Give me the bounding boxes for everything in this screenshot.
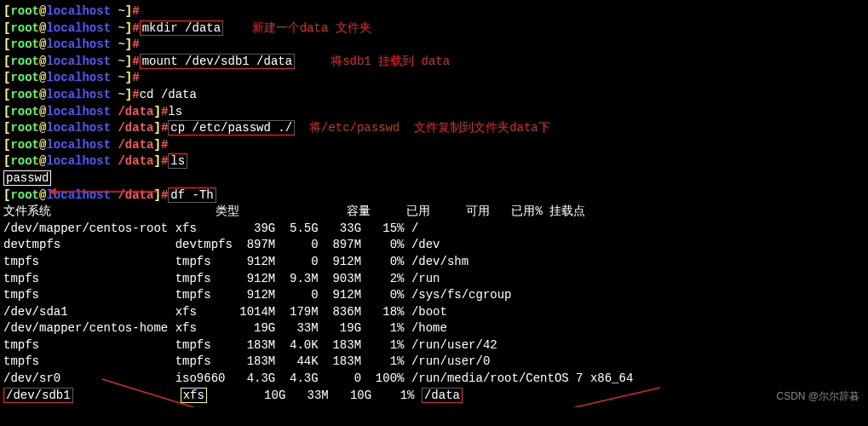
user: root xyxy=(10,21,39,35)
bracket-close: ] xyxy=(125,37,132,51)
path: ~ xyxy=(111,55,125,68)
host: localhost xyxy=(46,88,111,101)
df-row: devtmpfs devtmpfs 897M 0 897M 0% /dev xyxy=(3,237,865,254)
user: root xyxy=(10,121,39,135)
cmd-ls-line: [root@localhost /data]#ls xyxy=(3,104,865,121)
host: localhost xyxy=(46,55,111,68)
df-header: 文件系统 类型 容量 已用 可用 已用% 挂载点 xyxy=(3,204,865,221)
path: ~ xyxy=(111,71,125,84)
prompt-line: [root@localhost ~]# xyxy=(3,37,865,54)
hash: # xyxy=(132,88,139,101)
cmd-mkdir-line: [root@localhost ~]#mkdir /data 新建一个data … xyxy=(3,20,865,37)
bracket-close: ] xyxy=(125,71,132,84)
prompt-line: [root@localhost ~]# xyxy=(3,70,865,87)
df-row: /dev/sda1 xfs 1014M 179M 836M 18% /boot xyxy=(3,304,865,321)
host: localhost xyxy=(46,138,111,152)
user: root xyxy=(10,55,39,68)
hash: # xyxy=(132,4,139,18)
hash: # xyxy=(132,71,139,84)
df-row: tmpfs tmpfs 912M 0 912M 0% /dev/shm xyxy=(3,254,865,271)
bracket-close: ] xyxy=(153,105,160,118)
annot-mount: 将sdb1 挂载到 data xyxy=(331,55,450,68)
cmd-mkdir: mkdir /data xyxy=(140,20,223,36)
cmd-ls2-line: [root@localhost /data]#ls xyxy=(3,153,865,170)
user: root xyxy=(10,4,39,18)
path: /data xyxy=(111,121,153,135)
hash: # xyxy=(132,37,139,51)
user: root xyxy=(10,138,39,152)
bracket-close: ] xyxy=(125,88,132,101)
path: ~ xyxy=(111,4,125,18)
user: root xyxy=(10,154,39,168)
cmd-df-line: [root@localhost /data]#df -Th xyxy=(3,187,865,204)
output-passwd: passwd xyxy=(3,170,51,186)
df-row: tmpfs tmpfs 912M 9.3M 903M 2% /run xyxy=(3,271,865,288)
user: root xyxy=(10,37,39,51)
bracket-close: ] xyxy=(125,55,132,68)
df-row: tmpfs tmpfs 183M 4.0K 183M 1% /run/user/… xyxy=(3,337,865,354)
df-row-last: /dev/sdb1 xfs 10G 33M 10G 1% /data xyxy=(3,388,865,405)
host: localhost xyxy=(46,121,111,135)
df-type-xfs: xfs xyxy=(181,388,207,403)
host: localhost xyxy=(46,71,111,84)
user: root xyxy=(10,71,39,84)
cmd-cd: cd /data xyxy=(140,88,197,101)
path: /data xyxy=(111,105,153,118)
bracket-close: ] xyxy=(125,4,132,18)
cmd-ls: ls xyxy=(168,105,182,118)
path: ~ xyxy=(111,88,125,101)
host: localhost xyxy=(46,4,111,18)
cmd-mount: mount /dev/sdb1 /data xyxy=(140,54,295,69)
user: root xyxy=(10,88,39,101)
df-row: /dev/sr0 iso9660 4.3G 4.3G 0 100% /run/m… xyxy=(3,371,865,388)
cmd-cp: cp /etc/passwd ./ xyxy=(168,120,295,135)
bracket-close: ] xyxy=(125,21,132,35)
hash: # xyxy=(132,55,139,68)
user: root xyxy=(10,105,39,118)
df-mount-data: /data xyxy=(422,388,463,403)
cmd-mount-line: [root@localhost ~]#mount /dev/sdb1 /data… xyxy=(3,54,865,71)
path: ~ xyxy=(111,21,125,35)
prompt-line: [root@localhost ~]# xyxy=(3,3,865,20)
df-row: /dev/mapper/centos-home xfs 19G 33M 19G … xyxy=(3,320,865,337)
host: localhost xyxy=(46,188,111,202)
watermark: CSDN @尔尔辞暮 xyxy=(776,389,859,404)
output-passwd-line: passwd xyxy=(3,170,865,187)
annot-mkdir: 新建一个data 文件夹 xyxy=(252,21,371,35)
cmd-cp-line: [root@localhost /data]#cp /etc/passwd ./… xyxy=(3,120,865,137)
path: /data xyxy=(111,138,153,152)
df-fs-sdb1: /dev/sdb1 xyxy=(3,388,73,403)
df-row: /dev/mapper/centos-root xfs 39G 5.5G 33G… xyxy=(3,221,865,238)
host: localhost xyxy=(46,105,111,118)
path: /data xyxy=(111,154,153,168)
hash: # xyxy=(161,138,168,152)
bracket-close: ] xyxy=(153,121,160,135)
terminal-output: [root@localhost ~]# [root@localhost ~]#m… xyxy=(3,3,865,404)
cmd-ls2: ls xyxy=(168,153,187,169)
user: root xyxy=(10,188,39,202)
df-row: tmpfs tmpfs 912M 0 912M 0% /sys/fs/cgrou… xyxy=(3,287,865,304)
host: localhost xyxy=(46,154,111,168)
df-output: 文件系统 类型 容量 已用 可用 已用% 挂载点/dev/mapper/cent… xyxy=(3,204,865,404)
cmd-df: df -Th xyxy=(168,187,216,203)
bracket-close: ] xyxy=(153,154,160,168)
hash: # xyxy=(132,21,139,35)
host: localhost xyxy=(46,37,111,51)
cmd-cd-line: [root@localhost ~]#cd /data xyxy=(3,87,865,104)
path: /data xyxy=(111,188,153,202)
annot-cp: 将/etc/passwd 文件复制到文件夹data下 xyxy=(309,121,550,135)
prompt-line: [root@localhost /data]# xyxy=(3,137,865,154)
bracket-close: ] xyxy=(153,188,160,202)
host: localhost xyxy=(46,21,111,35)
path: ~ xyxy=(111,37,125,51)
bracket-close: ] xyxy=(153,138,160,152)
df-row: tmpfs tmpfs 183M 44K 183M 1% /run/user/0 xyxy=(3,354,865,371)
